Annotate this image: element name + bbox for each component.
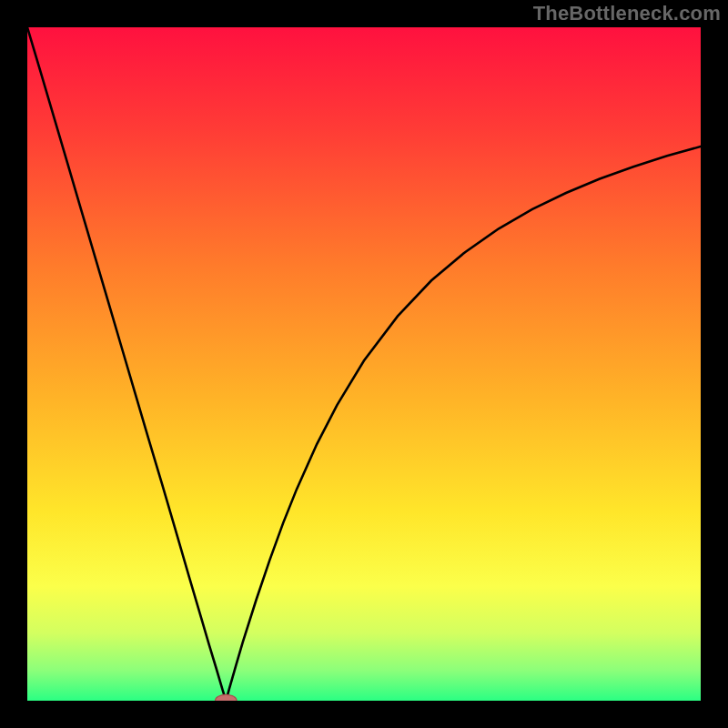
plot-area [27,27,701,701]
chart-svg [27,27,701,701]
chart-frame: TheBottleneck.com [0,0,728,728]
gradient-background [27,27,701,701]
attribution-text: TheBottleneck.com [533,2,721,25]
